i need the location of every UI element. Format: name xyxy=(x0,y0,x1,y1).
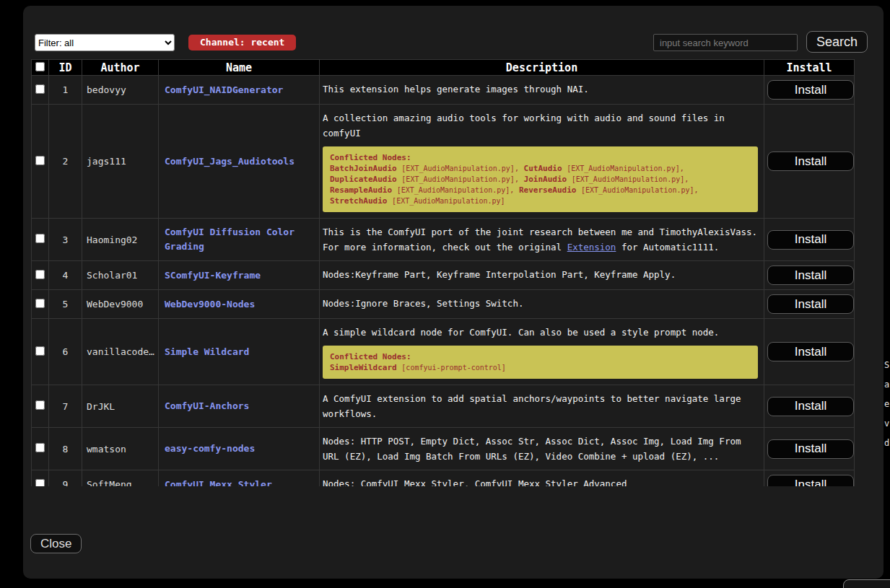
row-description-cell: Nodes:Keyframe Part, Keyframe Interpolat… xyxy=(320,261,764,290)
extension-name-link[interactable]: easy-comfy-nodes xyxy=(162,442,255,456)
description-segment: Nodes:Keyframe Part, Keyframe Interpolat… xyxy=(323,269,676,280)
row-checkbox[interactable] xyxy=(35,156,45,165)
row-name-cell: ComfyUI_NAIDGenerator xyxy=(159,76,320,105)
row-name-cell: Simple Wildcard xyxy=(159,319,320,385)
install-button[interactable]: Install xyxy=(767,397,854,416)
table-row: 9 SoftMeng ComfyUI_Mexx_Styler Nodes: Co… xyxy=(32,470,855,487)
header-checkbox-cell xyxy=(32,60,49,76)
install-button[interactable]: Install xyxy=(767,294,854,314)
description-segment: A ComfyUI extension to add spatial ancho… xyxy=(323,393,741,419)
channel-badge: Channel: recent xyxy=(188,35,296,51)
extension-name-link[interactable]: ComfyUI Diffusion Color Grading xyxy=(162,225,316,254)
author-text: wmatson xyxy=(85,444,155,455)
header-name: Name xyxy=(159,60,320,76)
background-fragment: d xyxy=(884,439,889,447)
extension-name-link[interactable]: ComfyUI_NAIDGenerator xyxy=(162,83,283,97)
row-description-cell: This extension helps generate images thr… xyxy=(320,76,764,105)
description-text: Nodes: ComfyUI Mexx Styler, ComfyUI Mexx… xyxy=(323,476,762,486)
extension-name-link[interactable]: WebDev9000-Nodes xyxy=(162,297,255,312)
table-header: ID Author Name Description Install xyxy=(32,60,855,76)
row-author: bedovyy xyxy=(82,76,159,105)
row-author: vanillacode314 xyxy=(82,319,159,385)
close-button[interactable]: Close xyxy=(30,534,82,553)
table-row: 2 jags111 ComfyUI_Jags_Audiotools A coll… xyxy=(32,105,855,219)
row-id: 4 xyxy=(49,261,82,290)
table-row: 6 vanillacode314 Simple Wildcard A simpl… xyxy=(32,319,855,385)
conflict-node-name: JoinAudio xyxy=(524,175,567,184)
row-name-cell: ComfyUI_Jags_Audiotools xyxy=(159,105,320,219)
background-fragment: a xyxy=(884,380,889,389)
conflict-node-file: [comfyui-prompt-control] xyxy=(401,364,506,372)
row-author: Scholar01 xyxy=(82,261,159,290)
table-row: 8 wmatson easy-comfy-nodes Nodes: HTTP P… xyxy=(32,428,855,470)
row-checkbox[interactable] xyxy=(35,479,45,487)
row-install-cell: Install xyxy=(764,105,855,219)
row-id: 3 xyxy=(49,219,82,261)
description-segment: This extension helps generate images thr… xyxy=(323,84,589,95)
description-text: A simple wildcard node for ComfyUI. Can … xyxy=(323,325,762,340)
install-button[interactable]: Install xyxy=(767,230,854,250)
row-checkbox-cell xyxy=(32,470,49,487)
conflicted-nodes-box: Conflicted Nodes: SimpleWildcard [comfyu… xyxy=(323,346,758,379)
filter-select[interactable]: Filter: all xyxy=(35,34,175,51)
select-all-checkbox[interactable] xyxy=(35,62,45,71)
row-author: DrJKL xyxy=(82,385,159,428)
table-row: 1 bedovyy ComfyUI_NAIDGenerator This ext… xyxy=(32,76,855,105)
conflict-node-file: [EXT_AudioManipulation.py], xyxy=(567,164,684,172)
conflict-node-file: [EXT_AudioManipulation.py], xyxy=(401,175,519,183)
row-id: 8 xyxy=(49,428,82,470)
install-button[interactable]: Install xyxy=(767,439,854,459)
conflict-node-name: CutAudio xyxy=(524,164,562,173)
header-id: ID xyxy=(49,60,82,76)
row-author: wmatson xyxy=(82,428,159,470)
description-link[interactable]: Extension xyxy=(567,242,616,253)
extension-name-link[interactable]: ComfyUI_Jags_Audiotools xyxy=(162,154,295,169)
row-checkbox-cell xyxy=(32,385,49,428)
extension-name-link[interactable]: SComfyUI-Keyframe xyxy=(162,268,261,283)
row-checkbox[interactable] xyxy=(35,443,45,452)
description-text: Nodes:Ignore Braces, Settings Switch. xyxy=(323,296,762,311)
row-name-cell: easy-comfy-nodes xyxy=(159,428,320,470)
row-checkbox[interactable] xyxy=(35,270,45,279)
extension-name-link[interactable]: ComfyUI_Mexx_Styler xyxy=(162,478,272,487)
custom-nodes-table-scroll[interactable]: ID Author Name Description Install 1 bed… xyxy=(31,59,865,486)
row-checkbox[interactable] xyxy=(35,346,45,356)
header-author: Author xyxy=(82,60,159,76)
row-install-cell: Install xyxy=(764,219,855,261)
row-install-cell: Install xyxy=(764,385,855,428)
background-partial-button[interactable] xyxy=(843,579,890,588)
description-segment: Nodes:Ignore Braces, Settings Switch. xyxy=(323,298,523,309)
row-id: 2 xyxy=(49,105,82,219)
row-name-cell: SComfyUI-Keyframe xyxy=(159,261,320,290)
row-author: WebDev9000 xyxy=(82,290,159,319)
row-checkbox[interactable] xyxy=(35,299,45,308)
description-segment: A simple wildcard node for ComfyUI. Can … xyxy=(323,327,719,338)
install-button[interactable]: Install xyxy=(767,80,854,100)
row-checkbox[interactable] xyxy=(35,234,45,243)
conflict-node-file: [EXT_AudioManipulation.py], xyxy=(401,164,519,172)
row-description-cell: A collection amazing audio tools for wor… xyxy=(320,105,764,219)
search-input[interactable] xyxy=(653,34,798,51)
table-body: 1 bedovyy ComfyUI_NAIDGenerator This ext… xyxy=(32,76,855,487)
author-text: vanillacode314 xyxy=(85,346,155,357)
conflict-node-name: ReverseAudio xyxy=(519,185,576,195)
description-segment: Nodes: HTTP POST, Empty Dict, Assoc Str,… xyxy=(323,436,741,462)
install-button[interactable]: Install xyxy=(767,475,854,486)
description-text: Nodes: HTTP POST, Empty Dict, Assoc Str,… xyxy=(323,434,762,464)
description-text: A ComfyUI extension to add spatial ancho… xyxy=(323,391,762,421)
author-text: DrJKL xyxy=(85,401,155,412)
row-checkbox-cell xyxy=(32,105,49,219)
custom-nodes-table: ID Author Name Description Install 1 bed… xyxy=(31,59,855,486)
row-checkbox[interactable] xyxy=(35,84,45,94)
row-name-cell: WebDev9000-Nodes xyxy=(159,290,320,319)
search-button[interactable]: Search xyxy=(806,31,868,53)
description-text: A collection amazing audio tools for wor… xyxy=(323,110,762,141)
extension-name-link[interactable]: ComfyUI-Anchors xyxy=(162,399,249,413)
install-button[interactable]: Install xyxy=(767,152,854,171)
install-button[interactable]: Install xyxy=(767,342,854,361)
install-button[interactable]: Install xyxy=(767,266,854,285)
row-description-cell: This is the ComfyUI port of the joint re… xyxy=(320,219,764,261)
extension-name-link[interactable]: Simple Wildcard xyxy=(162,345,249,359)
row-description-cell: Nodes:Ignore Braces, Settings Switch. xyxy=(320,290,764,319)
row-checkbox[interactable] xyxy=(35,400,45,410)
